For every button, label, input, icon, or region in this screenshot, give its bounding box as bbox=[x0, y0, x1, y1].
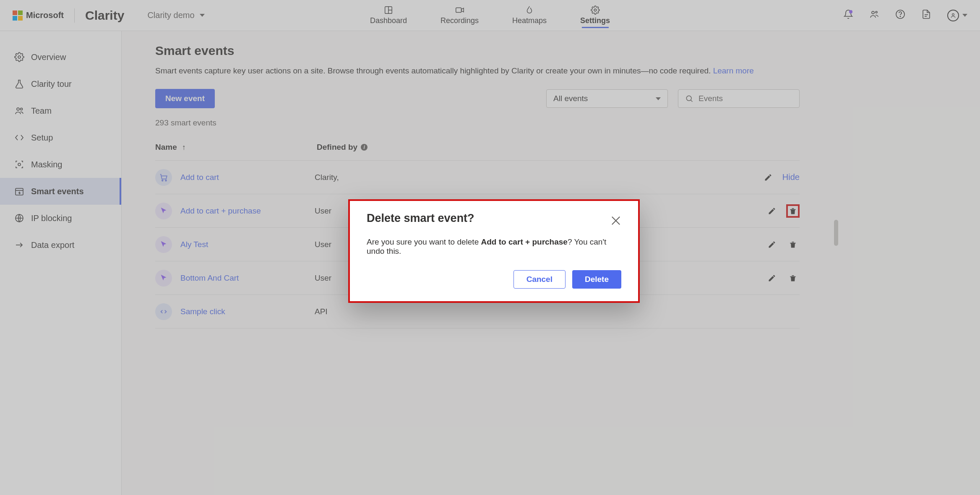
modal-footer: Cancel Delete bbox=[367, 270, 621, 289]
cancel-button[interactable]: Cancel bbox=[513, 270, 566, 289]
modal-body-prefix: Are you sure you want to delete bbox=[367, 237, 481, 246]
close-button[interactable] bbox=[610, 215, 621, 226]
modal-body-event-name: Add to cart + purchase bbox=[481, 237, 568, 246]
delete-confirm-button[interactable]: Delete bbox=[572, 270, 621, 289]
modal-body: Are you sure you want to delete Add to c… bbox=[367, 237, 621, 256]
delete-confirm-modal: Delete smart event? Are you sure you wan… bbox=[348, 199, 640, 303]
modal-title: Delete smart event? bbox=[367, 212, 621, 225]
